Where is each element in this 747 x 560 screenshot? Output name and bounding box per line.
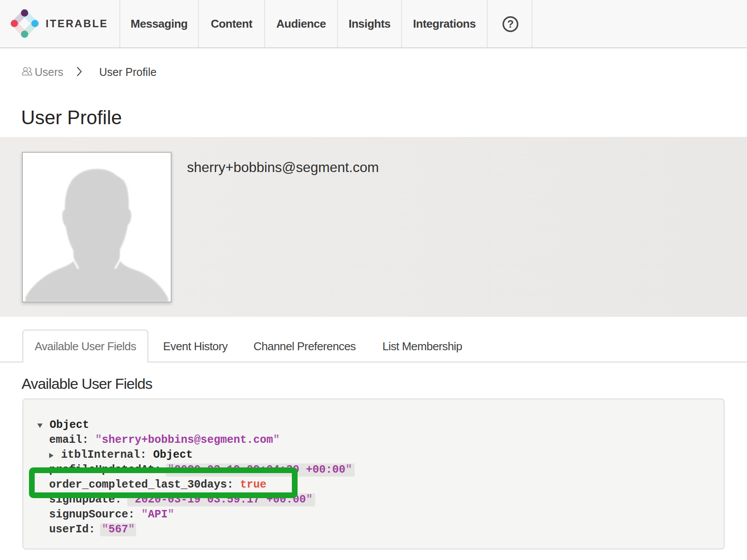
svg-text:ITERABLE: ITERABLE bbox=[46, 18, 108, 29]
svg-text:?: ? bbox=[507, 18, 514, 30]
